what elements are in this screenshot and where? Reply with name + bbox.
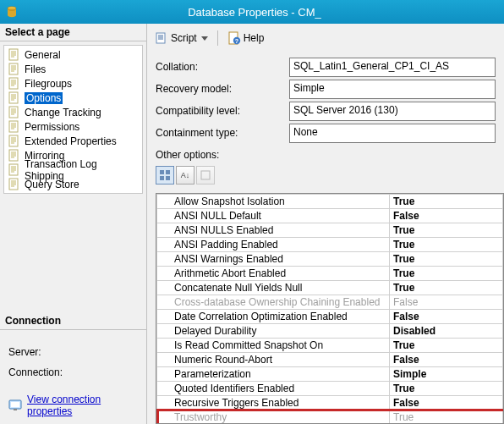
grid-cell-name: Numeric Round-Abort [157,353,390,367]
collation-field[interactable]: SQL_Latin1_General_CP1_CI_AS [289,58,496,77]
sidebar-item-filegroups[interactable]: Filegroups [4,76,142,91]
help-label: Help [244,32,265,44]
view-connection-link[interactable]: View connection properties [27,394,138,417]
grid-cell-name: ANSI Padding Enabled [157,238,390,252]
grid-cell-name: Parameterization [157,367,390,382]
sidebar-item-label: Options [25,92,63,104]
alphabetical-button[interactable]: A↓ [176,166,194,184]
page-icon [8,163,21,177]
svg-rect-19 [160,170,164,174]
grid-cell-value: False [390,353,503,367]
grid-cell-name: Is Read Committed Snapshot On [157,339,390,353]
grid-row[interactable]: ANSI Padding EnabledTrue [157,238,503,252]
page-icon [8,77,21,91]
script-label: Script [171,32,197,44]
page-icon [8,91,21,105]
sidebar-item-transaction-log-shipping[interactable]: Transaction Log Shipping [4,162,142,177]
recovery-field[interactable]: Simple [289,80,496,99]
sidebar-item-extended-properties[interactable]: Extended Properties [4,134,142,148]
grid-cell-value: True [390,238,503,252]
grid-cell-value: True [390,339,503,353]
help-button[interactable]: ? Help [225,29,267,47]
grid-row[interactable]: Cross-database Ownership Chaining Enable… [157,295,503,310]
grid-row[interactable]: Allow Snapshot IsolationTrue [157,195,503,209]
grid-cell-value: True [390,267,503,281]
app-icon [5,5,19,19]
grid-cell-name: Delayed Durability [157,324,390,339]
grid-cell-value: False [390,310,503,324]
grid-row[interactable]: Numeric Round-AbortFalse [157,353,503,367]
grid-row[interactable]: ANSI Warnings EnabledTrue [157,252,503,267]
svg-text:?: ? [235,38,238,44]
property-pages-button[interactable] [196,166,215,184]
grid-row[interactable]: TrustworthyTrue [157,410,503,425]
grid-cell-name: Trustworthy [157,410,390,425]
svg-rect-20 [166,170,170,174]
connection-header: Connection [0,312,146,330]
sidebar-item-general[interactable]: General [4,47,142,62]
grid-row[interactable]: Concatenate Null Yields NullTrue [157,281,503,295]
grid-cell-name: Arithmetic Abort Enabled [157,267,390,281]
recovery-label: Recovery model: [156,83,282,95]
window-title: Database Properties - CM_ [24,6,504,19]
grid-cell-value: False [390,396,503,410]
page-icon [8,48,21,62]
grid-row[interactable]: Is Read Committed Snapshot OnTrue [157,339,503,353]
grid-row[interactable]: ParameterizationSimple [157,367,503,382]
sidebar-item-files[interactable]: Files [4,62,142,76]
grid-cell-name: ANSI Warnings Enabled [157,252,390,267]
grid-row[interactable]: Date Correlation Optimization EnabledFal… [157,310,503,324]
page-icon [8,120,21,134]
containment-field[interactable]: None [289,124,496,143]
svg-rect-21 [160,176,164,180]
grid-cell-name: Date Correlation Optimization Enabled [157,310,390,324]
sidebar-item-options[interactable]: Options [4,91,142,105]
grid-cell-value: Simple [390,367,503,382]
page-icon [8,149,21,162]
grid-cell-name: Concatenate Null Yields Null [157,281,390,295]
containment-label: Containment type: [156,127,282,139]
sidebar-item-change-tracking[interactable]: Change Tracking [4,105,142,119]
chevron-down-icon [201,36,208,41]
server-label: Server: [8,346,138,358]
sidebar-item-permissions[interactable]: Permissions [4,119,142,134]
sidebar-item-label: General [25,49,61,61]
select-page-header: Select a page [0,24,146,41]
sidebar-item-label: Files [25,63,46,75]
grid-row[interactable]: Arithmetic Abort EnabledTrue [157,267,503,281]
categorized-button[interactable] [156,166,174,184]
script-button[interactable]: Script [152,29,211,47]
grid-cell-value: True [390,195,503,209]
grid-row[interactable]: ANSI NULL DefaultFalse [157,209,503,223]
options-grid[interactable]: Allow Snapshot IsolationTrueANSI NULL De… [156,193,504,424]
grid-cell-value: True [390,223,503,238]
page-icon [8,106,21,119]
svg-rect-23 [201,171,210,179]
grid-cell-value: True [390,382,503,396]
page-icon [8,63,21,76]
svg-rect-14 [14,409,17,410]
sidebar-item-label: Permissions [25,121,79,133]
page-tree: GeneralFilesFilegroupsOptionsChange Trac… [3,45,143,194]
connection-label: Connection: [8,366,138,378]
other-options-label: Other options: [156,149,496,161]
svg-rect-15 [156,33,165,43]
grid-cell-value: True [390,281,503,295]
titlebar: Database Properties - CM_ [0,0,504,24]
grid-row[interactable]: ANSI NULLS EnabledTrue [157,223,503,238]
connection-icon [8,399,22,412]
sidebar-item-label: Query Store [25,179,79,190]
grid-cell-value: False [390,295,503,310]
grid-cell-name: ANSI NULL Default [157,209,390,223]
svg-rect-22 [166,176,170,180]
grid-cell-name: Allow Snapshot Isolation [157,195,390,209]
grid-cell-value: True [390,410,503,425]
page-icon [8,178,21,191]
grid-row[interactable]: Delayed DurabilityDisabled [157,324,503,339]
grid-row[interactable]: Recursive Triggers EnabledFalse [157,396,503,410]
toolbar: Script ? Help [147,24,504,52]
collation-label: Collation: [156,61,282,73]
sidebar-item-label: Change Tracking [25,107,101,118]
grid-row[interactable]: Quoted Identifiers EnabledTrue [157,382,503,396]
compat-field[interactable]: SQL Server 2016 (130) [289,102,496,121]
